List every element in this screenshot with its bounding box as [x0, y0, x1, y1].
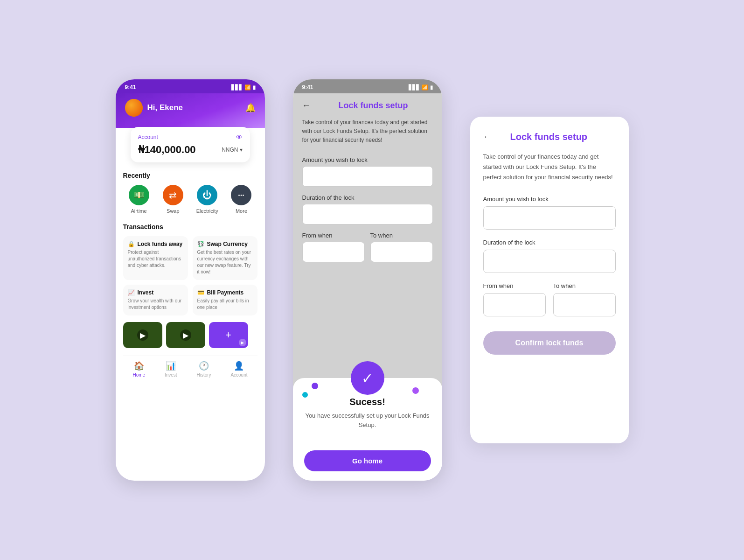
swap-label: Swap	[167, 208, 180, 214]
panel3-from-input[interactable]	[483, 293, 546, 316]
duration-label: Duration of the lock	[302, 194, 433, 201]
back-arrow-icon[interactable]: ←	[302, 101, 311, 111]
panel3-duration-label: Duration of the lock	[483, 239, 616, 246]
status-icons-2: ▋▋▋ 📶 ▮	[409, 84, 433, 91]
history-label: History	[196, 372, 211, 378]
account-balance: ₦140,000.00	[138, 144, 196, 156]
confirm-lock-button[interactable]: Confirm lock funds	[483, 331, 616, 355]
home-label: Home	[132, 372, 145, 378]
panel3-desc: Take control of your finances today and …	[483, 152, 616, 182]
lock-setup-title: Lock funds setup	[339, 101, 408, 111]
trans-swap-title: 💱 Swap Currency	[197, 241, 253, 247]
quick-actions: 💵 Airtime ⇄ Swap ⏻ Electricity ••• More	[123, 185, 257, 214]
more-icon: •••	[231, 185, 251, 205]
user-info: Hi, Ekene	[125, 99, 183, 117]
to-label: To when	[370, 232, 433, 239]
electricity-icon: ⏻	[197, 185, 217, 205]
transactions-section: Transactions 🔒 Lock funds away Protect a…	[123, 223, 257, 315]
media-add-button[interactable]: + ▶	[209, 322, 248, 348]
nav-account[interactable]: 👤 Account	[230, 361, 247, 378]
dot-purple-1	[312, 383, 318, 389]
amount-label: Amount you wish to lock	[302, 156, 433, 163]
play-icon-3: ▶	[239, 339, 246, 346]
transactions-grid: 🔒 Lock funds away Protect against unauth…	[123, 236, 257, 315]
trans-card-bills[interactable]: 💳 Bill Payments Easily pay all your bill…	[193, 285, 257, 315]
panel3-duration-input[interactable]	[483, 250, 616, 273]
battery-icon: ▮	[253, 84, 256, 91]
panel3-back-icon[interactable]: ←	[483, 132, 492, 142]
avatar-image	[125, 99, 143, 117]
action-airtime[interactable]: 💵 Airtime	[123, 185, 155, 214]
wifi-icon-2: 📶	[422, 84, 428, 91]
panel3-from-label: From when	[483, 282, 546, 289]
action-electricity[interactable]: ⏻ Electricity	[191, 185, 223, 214]
phone2-frame: 9:41 ▋▋▋ 📶 ▮ ← Lock funds setup Take con…	[293, 79, 442, 481]
visibility-icon[interactable]: 👁	[236, 133, 243, 141]
notification-bell-icon[interactable]: 🔔	[245, 103, 256, 113]
nav-history[interactable]: 🕐 History	[196, 361, 211, 378]
currency-text: NNGN	[222, 147, 238, 153]
panel3-header: ← Lock funds setup	[483, 132, 616, 142]
status-bar-2: 9:41 ▋▋▋ 📶 ▮	[293, 79, 442, 93]
success-title: Sucess!	[304, 397, 431, 407]
chevron-down-icon: ▾	[240, 147, 243, 153]
dot-purple-2	[412, 387, 419, 394]
from-col: From when	[302, 232, 365, 262]
trans-card-invest[interactable]: 📈 Invest Grow your wealth with our inves…	[123, 285, 188, 315]
recently-title: Recently	[123, 172, 257, 179]
transactions-title: Transactions	[123, 223, 257, 231]
panel3-date-row: From when To when	[483, 282, 616, 316]
time-display: 9:41	[125, 84, 136, 91]
media-thumb-1[interactable]: ▶	[123, 322, 162, 348]
more-label: More	[236, 208, 247, 214]
play-icon-1: ▶	[137, 329, 148, 341]
to-col: To when	[370, 232, 433, 262]
signal-icon: ▋▋▋	[231, 84, 243, 91]
nav-invest[interactable]: 📊 Invest	[165, 361, 177, 378]
lock-setup-desc: Take control of your finances today and …	[302, 118, 433, 145]
panel3-to-label: To when	[553, 282, 616, 289]
account-label-row: Account 👁	[138, 133, 243, 141]
duration-input[interactable]	[302, 204, 433, 224]
amount-input[interactable]	[302, 166, 433, 187]
to-input[interactable]	[370, 242, 433, 262]
media-thumb-2[interactable]: ▶	[166, 322, 205, 348]
action-swap[interactable]: ⇄ Swap	[157, 185, 189, 214]
trans-card-lock[interactable]: 🔒 Lock funds away Protect against unauth…	[123, 236, 188, 280]
account-icon: 👤	[234, 361, 244, 371]
signal-icon-2: ▋▋▋	[409, 84, 420, 91]
date-row: From when To when	[302, 232, 433, 262]
panel3-amount-label: Amount you wish to lock	[483, 196, 616, 203]
swap-currency-icon: 💱	[197, 241, 204, 247]
currency-selector[interactable]: NNGN ▾	[222, 147, 242, 153]
action-more[interactable]: ••• More	[225, 185, 257, 214]
play-icon-2: ▶	[180, 329, 191, 341]
phone1-frame: 9:41 ▋▋▋ 📶 ▮ Hi, Ekene 🔔 Account 👁 ₦140,…	[116, 79, 265, 481]
go-home-button[interactable]: Go home	[304, 450, 431, 471]
home-icon: 🏠	[134, 361, 144, 371]
time-display-2: 9:41	[302, 84, 313, 91]
wifi-icon: 📶	[244, 84, 251, 91]
airtime-label: Airtime	[131, 208, 146, 214]
trans-card-swap[interactable]: 💱 Swap Currency Get the best rates on yo…	[193, 236, 257, 280]
nav-home[interactable]: 🏠 Home	[132, 361, 145, 378]
account-card: Account 👁 ₦140,000.00 NNGN ▾	[131, 127, 250, 162]
trans-bills-title: 💳 Bill Payments	[197, 289, 253, 296]
panel3-from-col: From when	[483, 282, 546, 316]
trans-invest-desc: Grow your wealth with our investment opt…	[128, 298, 183, 311]
from-input[interactable]	[302, 242, 365, 262]
bottom-nav: 🏠 Home 📊 Invest 🕐 History 👤 Account	[123, 356, 257, 385]
trans-bills-desc: Easily pay all your bills in one place	[197, 298, 253, 311]
panel3-to-input[interactable]	[553, 293, 616, 316]
phone1-header: Hi, Ekene 🔔	[116, 93, 265, 128]
trans-swap-desc: Get the best rates on your currency exch…	[197, 249, 253, 275]
invest-icon: 📈	[128, 289, 135, 296]
bills-icon: 💳	[197, 289, 204, 296]
invest-nav-icon: 📊	[166, 361, 176, 371]
success-desc: You have successfully set up your Lock F…	[304, 411, 431, 429]
success-checkmark-icon: ✓	[351, 361, 384, 395]
avatar	[125, 99, 143, 117]
phone1-body: Account 👁 ₦140,000.00 NNGN ▾ Recently 💵 …	[116, 128, 265, 392]
panel3-amount-input[interactable]	[483, 206, 616, 230]
phone2-header: ← Lock funds setup	[302, 101, 433, 111]
